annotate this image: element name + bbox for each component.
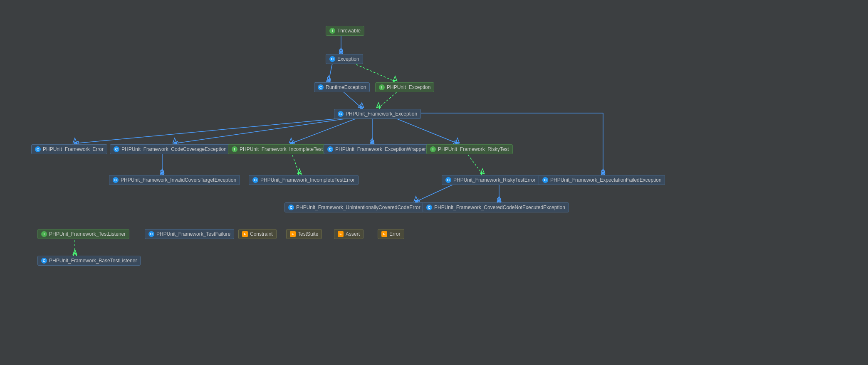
testsuite-icon: F [290, 231, 296, 237]
node-testsuite[interactable]: F TestSuite [286, 229, 322, 239]
node-exceptionwrapper[interactable]: C PHPUnit_Framework_ExceptionWrapper [324, 144, 430, 154]
exceptionwrapper-icon: C [327, 146, 333, 152]
unintentionallycovered-icon: C [288, 205, 294, 210]
testsuite-label: TestSuite [298, 231, 318, 237]
error-folder-icon: F [381, 231, 387, 237]
svg-line-1 [329, 62, 333, 81]
basetestlistener-icon: C [41, 258, 47, 264]
svg-line-13 [466, 152, 482, 174]
node-error-folder[interactable]: F Error [378, 229, 404, 239]
riskytest-icon: I [430, 146, 436, 152]
svg-line-4 [378, 90, 399, 108]
runtimeexception-icon: C [318, 84, 324, 90]
error-folder-label: Error [389, 231, 401, 237]
node-riskytest[interactable]: I PHPUnit_Framework_RiskyTest [426, 144, 513, 154]
codecoverageexception-label: PHPUnit_Framework_CodeCoverageException [121, 146, 227, 152]
node-framework-exception[interactable]: C PHPUnit_Framework_Exception [334, 109, 421, 119]
diagram-container: I Throwable C Exception C RuntimeExcepti… [0, 0, 868, 365]
riskytesterror-icon: C [445, 177, 451, 183]
svg-line-6 [175, 116, 362, 143]
svg-line-2 [349, 62, 395, 81]
node-incompletetest[interactable]: I PHPUnit_Framework_IncompleteTest [228, 144, 326, 154]
basetestlistener-label: PHPUnit_Framework_BaseTestListener [49, 258, 137, 264]
codecoverageexception-icon: C [114, 146, 119, 152]
constraint-label: Constraint [250, 231, 273, 237]
node-phpunit-exception[interactable]: I PHPUnit_Exception [375, 82, 434, 92]
node-throwable[interactable]: I Throwable [326, 26, 364, 36]
node-framework-error[interactable]: C PHPUnit_Framework_Error [31, 144, 107, 154]
svg-line-5 [75, 116, 362, 143]
throwable-icon: I [329, 28, 335, 34]
incompletetest-icon: I [232, 146, 237, 152]
svg-line-3 [341, 90, 362, 108]
node-basetestlistener[interactable]: C PHPUnit_Framework_BaseTestListener [37, 256, 141, 266]
exception-icon: C [329, 56, 335, 62]
incompletetesterror-label: PHPUnit_Framework_IncompleteTestError [260, 177, 355, 183]
incompletetest-label: PHPUnit_Framework_IncompleteTest [240, 146, 323, 152]
riskytesterror-label: PHPUnit_Framework_RiskyTestError [453, 177, 535, 183]
svg-line-8 [391, 116, 457, 143]
svg-line-17 [291, 116, 362, 143]
framework-exception-icon: C [338, 111, 344, 117]
node-testfailure[interactable]: C PHPUnit_Framework_TestFailure [145, 229, 234, 239]
svg-line-11 [291, 152, 299, 174]
coveredcodenotexecuted-label: PHPUnit_Framework_CoveredCodeNotExecuted… [434, 205, 565, 210]
framework-error-label: PHPUnit_Framework_Error [43, 146, 104, 152]
node-unintentionallycovered[interactable]: C PHPUnit_Framework_UnintentionallyCover… [284, 202, 424, 212]
framework-exception-label: PHPUnit_Framework_Exception [346, 111, 417, 117]
testlistener-icon: I [41, 231, 47, 237]
node-codecoverageexception[interactable]: C PHPUnit_Framework_CodeCoverageExceptio… [110, 144, 230, 154]
expectationfailed-icon: C [542, 177, 548, 183]
node-invalidcoverstarget[interactable]: C PHPUnit_Framework_InvalidCoversTargetE… [109, 175, 240, 185]
exception-label: Exception [337, 56, 359, 62]
node-coveredcodenotexecuted[interactable]: C PHPUnit_Framework_CoveredCodeNotExecut… [423, 202, 569, 212]
testfailure-icon: C [148, 231, 154, 237]
testfailure-label: PHPUnit_Framework_TestFailure [156, 231, 230, 237]
node-assert[interactable]: F Assert [334, 229, 364, 239]
phpunit-exception-label: PHPUnit_Exception [387, 84, 430, 90]
framework-error-icon: C [35, 146, 41, 152]
node-testlistener[interactable]: I PHPUnit_Framework_TestListener [37, 229, 129, 239]
unintentionallycovered-label: PHPUnit_Framework_UnintentionallyCovered… [296, 205, 420, 210]
node-incompletetesterror[interactable]: C PHPUnit_Framework_IncompleteTestError [249, 175, 359, 185]
testlistener-label: PHPUnit_Framework_TestListener [49, 231, 126, 237]
svg-line-14 [416, 182, 457, 202]
phpunit-exception-icon: I [379, 84, 385, 90]
node-expectationfailed[interactable]: C PHPUnit_Framework_ExpectationFailedExc… [539, 175, 665, 185]
coveredcodenotexecuted-icon: C [426, 205, 432, 210]
assert-label: Assert [346, 231, 360, 237]
node-exception[interactable]: C Exception [326, 54, 363, 64]
node-riskytesterror[interactable]: C PHPUnit_Framework_RiskyTestError [442, 175, 539, 185]
throwable-label: Throwable [337, 28, 361, 34]
node-constraint[interactable]: F Constraint [238, 229, 277, 239]
runtimeexception-label: RuntimeException [326, 84, 366, 90]
expectationfailed-label: PHPUnit_Framework_ExpectationFailedExcep… [550, 177, 661, 183]
invalidcoverstarget-icon: C [113, 177, 119, 183]
invalidcoverstarget-label: PHPUnit_Framework_InvalidCoversTargetExc… [121, 177, 236, 183]
constraint-icon: F [242, 231, 248, 237]
riskytest-label: PHPUnit_Framework_RiskyTest [438, 146, 509, 152]
exceptionwrapper-label: PHPUnit_Framework_ExceptionWrapper [335, 146, 426, 152]
assert-icon: F [338, 231, 344, 237]
node-runtimeexception[interactable]: C RuntimeException [314, 82, 370, 92]
incompletetesterror-icon: C [252, 177, 258, 183]
